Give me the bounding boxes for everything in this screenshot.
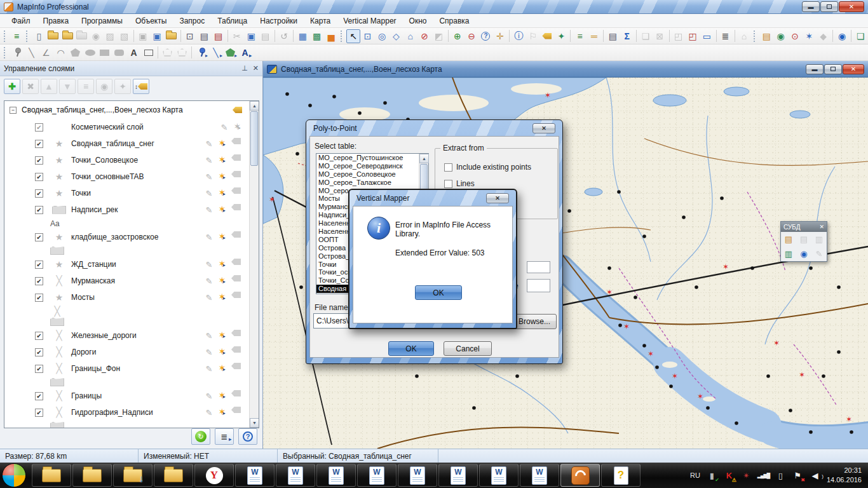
poly-ok-button[interactable]: OK bbox=[388, 341, 434, 356]
taskbar-folder-button[interactable] bbox=[32, 464, 71, 487]
zoom-in-icon[interactable]: ⊕ bbox=[451, 29, 465, 43]
layer-visible-checkbox[interactable] bbox=[35, 173, 43, 181]
layer-visible-checkbox[interactable] bbox=[35, 332, 43, 340]
layer-selectable-icon[interactable] bbox=[218, 231, 226, 243]
help-button[interactable]: ? bbox=[238, 428, 257, 445]
layer-selectable-icon[interactable] bbox=[218, 292, 226, 303]
layer-row[interactable]: кладбище_заостровское bbox=[4, 229, 259, 245]
layer-row[interactable]: Мосты bbox=[4, 289, 259, 306]
layer-row[interactable]: Косметический слой bbox=[4, 119, 259, 135]
text-style-icon[interactable]: A bbox=[238, 46, 252, 60]
web-services-icon[interactable]: ◉ bbox=[773, 29, 787, 43]
statistics-window-icon[interactable]: Σ bbox=[620, 29, 634, 43]
save-table-icon[interactable]: ▣ bbox=[136, 29, 150, 43]
tray-clock[interactable]: 20:31 14.06.2016 bbox=[827, 466, 862, 485]
taskbar-word-button[interactable]: W bbox=[357, 464, 397, 487]
layer-autolabel-icon[interactable] bbox=[231, 259, 241, 265]
open-odbc-icon[interactable]: ▧ bbox=[117, 29, 131, 43]
layer-selectable-icon[interactable] bbox=[218, 171, 226, 182]
taskbar-word-button[interactable]: W bbox=[398, 464, 437, 487]
dbms-close-icon[interactable]: ✕ bbox=[819, 224, 824, 230]
toolbar-grip[interactable] bbox=[4, 30, 7, 42]
paste-icon[interactable]: ▤ bbox=[258, 29, 272, 43]
poly-dialog-titlebar[interactable]: Poly-to-Point ✕ bbox=[309, 120, 559, 136]
layer-editable-icon[interactable] bbox=[205, 154, 212, 166]
layer-editable-icon[interactable] bbox=[220, 121, 227, 133]
dbms-panel-titlebar[interactable]: СУБД ✕ bbox=[781, 222, 827, 232]
label-tool-icon[interactable] bbox=[540, 29, 554, 43]
new-table-icon[interactable]: ▯ bbox=[32, 29, 46, 43]
layer-order-button[interactable]: ≣ bbox=[215, 428, 234, 445]
open-dbms-icon[interactable]: ▤ bbox=[759, 29, 773, 43]
error-ok-button[interactable]: OK bbox=[415, 285, 462, 300]
layer-row[interactable]: Дороги bbox=[4, 344, 259, 360]
clip-region-on-icon[interactable]: ◰ bbox=[686, 29, 700, 43]
legend-window-icon[interactable]: ▤ bbox=[606, 29, 620, 43]
ruler-tool-icon[interactable]: ═ bbox=[587, 29, 601, 43]
layer-editable-icon[interactable] bbox=[205, 231, 212, 243]
layer-selectable-icon[interactable] bbox=[218, 407, 226, 418]
hotlink-options-icon[interactable]: ✦ bbox=[114, 79, 131, 94]
hotlink-tool-icon[interactable]: ✦ bbox=[554, 29, 568, 43]
menu-map[interactable]: Карта bbox=[304, 15, 337, 27]
polygon-tool-icon[interactable] bbox=[68, 46, 83, 60]
marquee-select-icon[interactable]: ⊡ bbox=[360, 29, 374, 43]
satellite-device-icon[interactable]: ✴ bbox=[741, 470, 752, 481]
table-list-item[interactable]: МО_серое_Северодвинск bbox=[316, 162, 428, 170]
region-style-icon[interactable] bbox=[223, 46, 238, 60]
new-browser-icon[interactable]: ▦ bbox=[295, 29, 309, 43]
map-close-button[interactable]: ✕ bbox=[843, 64, 864, 74]
label-options-icon[interactable]: ↕ bbox=[133, 79, 149, 94]
partially-hidden-field[interactable] bbox=[527, 279, 550, 292]
district-window-icon[interactable]: ⌂ bbox=[737, 29, 751, 43]
taskbar-word-button[interactable]: W bbox=[276, 464, 315, 487]
label-edit-icon[interactable]: ⚐ bbox=[526, 29, 539, 43]
taskbar-word-button[interactable]: W bbox=[479, 464, 519, 487]
layer-editable-icon[interactable] bbox=[205, 390, 212, 402]
layer-autolabel-icon[interactable] bbox=[231, 330, 241, 336]
refresh-dbms-icon[interactable]: ◉ bbox=[796, 247, 811, 261]
info-tool-icon[interactable]: ⓘ bbox=[512, 29, 526, 43]
language-indicator[interactable]: RU bbox=[690, 471, 700, 479]
layer-editable-icon[interactable] bbox=[205, 138, 212, 149]
layer-autolabel-icon[interactable] bbox=[231, 187, 241, 194]
layer-display-icon[interactable]: ≡ bbox=[78, 79, 94, 94]
commit-dbms-icon[interactable]: ▤ bbox=[796, 232, 811, 247]
show-mapbasic-window-icon[interactable]: ❏ bbox=[853, 29, 867, 43]
layer-editable-icon[interactable] bbox=[205, 346, 212, 358]
layer-control-tool-icon[interactable]: ≡ bbox=[573, 29, 587, 43]
open-dbms-table-icon[interactable] bbox=[74, 29, 88, 43]
rollback-dbms-icon[interactable]: ▥ bbox=[811, 232, 827, 247]
antivirus-icon[interactable]: K⚠ bbox=[724, 470, 735, 481]
export-window-icon[interactable]: ▤ bbox=[211, 29, 225, 43]
rectangle-tool-icon[interactable] bbox=[97, 46, 112, 60]
line-tool-icon[interactable]: ╲ bbox=[24, 46, 39, 60]
polygon-select-icon[interactable]: ◇ bbox=[389, 29, 403, 43]
taskbar-word-button[interactable]: W bbox=[438, 464, 478, 487]
menu-file[interactable]: Файл bbox=[5, 15, 37, 27]
set-target-icon[interactable]: ❏ bbox=[639, 29, 653, 43]
taskbar-word-button[interactable]: W bbox=[235, 464, 275, 487]
undo-icon[interactable]: ↺ bbox=[277, 29, 291, 43]
cut-icon[interactable]: ✂ bbox=[230, 29, 244, 43]
clear-target-icon[interactable]: ⊠ bbox=[653, 29, 667, 43]
layer-selectable-icon[interactable] bbox=[218, 346, 226, 358]
move-layer-up-icon[interactable]: ▲ bbox=[41, 79, 57, 94]
start-button[interactable] bbox=[2, 463, 26, 487]
layer-tree-scrollbar[interactable]: ▲ ▼ bbox=[249, 101, 259, 428]
layer-visible-checkbox[interactable] bbox=[35, 156, 43, 165]
mapbasic-globe-icon[interactable]: ◉ bbox=[835, 29, 849, 43]
toolbar-grip[interactable] bbox=[4, 47, 7, 58]
window-list-icon[interactable]: ≣ bbox=[719, 29, 733, 43]
action-center-flag-icon[interactable]: ⚑✖ bbox=[792, 470, 803, 481]
add-layers-icon[interactable]: ✚ bbox=[4, 79, 20, 94]
partially-hidden-field[interactable] bbox=[527, 261, 550, 273]
map-minimize-button[interactable]: ▬ bbox=[806, 64, 824, 74]
taskbar-mapinfo-button[interactable] bbox=[560, 464, 600, 487]
layer-visible-checkbox[interactable] bbox=[35, 294, 43, 302]
table-list-item[interactable]: МО_серое_Талажское bbox=[316, 179, 428, 187]
layer-projection-icon[interactable]: ◉ bbox=[96, 79, 112, 94]
layer-visible-checkbox[interactable] bbox=[35, 277, 43, 285]
layer-visible-checkbox[interactable] bbox=[35, 189, 43, 198]
add-node-tool-icon[interactable] bbox=[175, 46, 189, 60]
